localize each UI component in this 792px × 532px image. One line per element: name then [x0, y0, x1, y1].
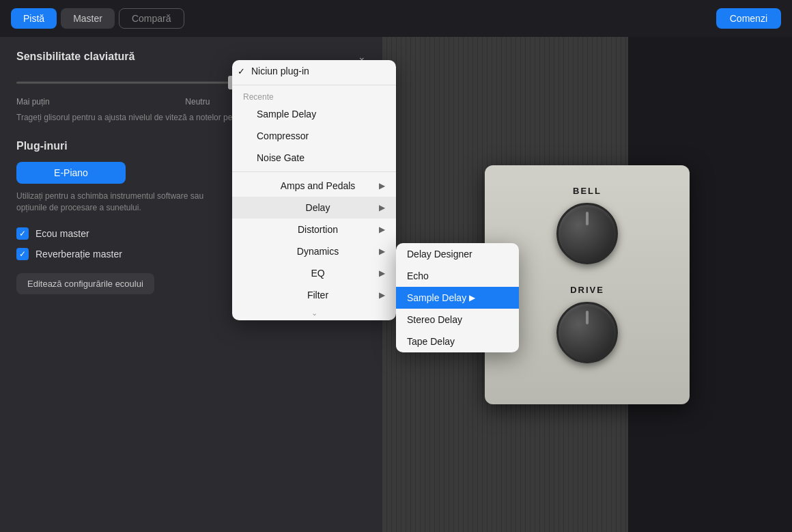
delay-arrow-icon: ▶	[379, 203, 385, 212]
tape-delay-label: Tape Delay	[407, 336, 455, 347]
slider-label-neutral: Neutru	[185, 97, 210, 107]
amps-label: Amps and Pedals	[281, 180, 356, 191]
dropdown-overlay: ✓ Niciun plug-in Recente Sample Delay Co…	[232, 60, 396, 320]
amps-arrow-icon: ▶	[379, 181, 385, 191]
tab-pista[interactable]: Pistă	[11, 8, 57, 29]
bell-knob[interactable]	[556, 203, 618, 264]
submenu-tape-delay[interactable]: Tape Delay	[396, 331, 519, 352]
echo-label: Echo	[407, 270, 429, 281]
recent-item-3: Noise Gate	[257, 152, 305, 163]
distortion-label: Distortion	[298, 224, 338, 235]
eq-label: EQ	[311, 268, 324, 279]
delay-label: Delay	[306, 202, 330, 213]
recent-item-1: Sample Delay	[257, 109, 316, 120]
dropdown-main: ✓ Niciun plug-in Recente Sample Delay Co…	[232, 60, 396, 320]
menu-item-noise-gate[interactable]: Noise Gate	[232, 147, 396, 169]
tab-master[interactable]: Master	[61, 8, 115, 29]
drive-knob-section: DRIVE	[512, 285, 662, 363]
dynamics-label: Dynamics	[297, 246, 339, 257]
reverberatie-checkbox[interactable]	[16, 248, 29, 260]
submenu-delay-designer[interactable]: Delay Designer	[396, 243, 519, 265]
scroll-indicator: ⌄	[232, 306, 396, 320]
eq-arrow-icon: ▶	[379, 268, 385, 278]
drive-knob[interactable]	[556, 302, 618, 363]
bell-label: BELL	[512, 186, 662, 196]
menu-item-filter[interactable]: Filter ▶	[232, 284, 396, 306]
no-plugin-label: Niciun plug-in	[251, 66, 309, 76]
menu-divider-1	[232, 85, 396, 85]
menu-item-amps[interactable]: Amps and Pedals ▶	[232, 175, 396, 197]
menu-item-sample-delay-recent[interactable]: Sample Delay	[232, 103, 396, 125]
keyboard-section-title: Sensibilitate claviatură	[16, 51, 135, 63]
recent-item-2: Compressor	[257, 130, 309, 141]
filter-arrow-icon: ▶	[379, 290, 385, 300]
drive-label: DRIVE	[512, 285, 662, 295]
menu-item-no-plugin[interactable]: ✓ Niciun plug-in	[232, 60, 396, 82]
filter-label: Filter	[307, 290, 328, 300]
bell-knob-section: BELL	[512, 186, 662, 264]
recente-label: Recente	[232, 88, 396, 103]
plugins-section-title: Plug-inuri	[16, 140, 68, 152]
submenu-delay: Delay Designer Echo Sample Delay ▶ Stere…	[396, 243, 519, 352]
distortion-arrow-icon: ▶	[379, 225, 385, 234]
submenu-stereo-delay[interactable]: Stereo Delay	[396, 309, 519, 331]
sample-delay-label: Sample Delay	[407, 292, 466, 303]
dynamics-arrow-icon: ▶	[379, 247, 385, 256]
menu-item-dynamics[interactable]: Dynamics ▶	[232, 240, 396, 262]
check-mark-icon: ✓	[238, 66, 251, 76]
menu-item-eq[interactable]: EQ ▶	[232, 262, 396, 284]
submenu-sample-delay[interactable]: Sample Delay ▶	[396, 287, 519, 309]
cursor-icon: ▶	[469, 293, 475, 303]
tab-compara[interactable]: Compară	[119, 8, 184, 29]
slider-label-less: Mai puțin	[16, 97, 50, 107]
ecou-checkbox[interactable]	[16, 227, 29, 240]
plugin-description: Utilizați pentru a schimba instrumentul …	[16, 191, 235, 214]
submenu-echo[interactable]: Echo	[396, 265, 519, 287]
toolbar-left: Pistă Master Compară	[11, 8, 184, 29]
menu-item-compressor[interactable]: Compressor	[232, 125, 396, 147]
stereo-delay-label: Stereo Delay	[407, 314, 462, 325]
delay-designer-label: Delay Designer	[407, 249, 472, 260]
menu-divider-2	[232, 171, 396, 172]
edit-ecou-button[interactable]: Editează configurările ecoului	[16, 273, 154, 294]
plugin-epiano-button[interactable]: E-Piano	[16, 162, 126, 184]
comenzi-button[interactable]: Comenzi	[716, 8, 781, 29]
menu-item-distortion[interactable]: Distortion ▶	[232, 219, 396, 240]
menu-item-delay[interactable]: Delay ▶	[232, 197, 396, 219]
toolbar: Pistă Master Compară Comenzi	[0, 0, 792, 37]
